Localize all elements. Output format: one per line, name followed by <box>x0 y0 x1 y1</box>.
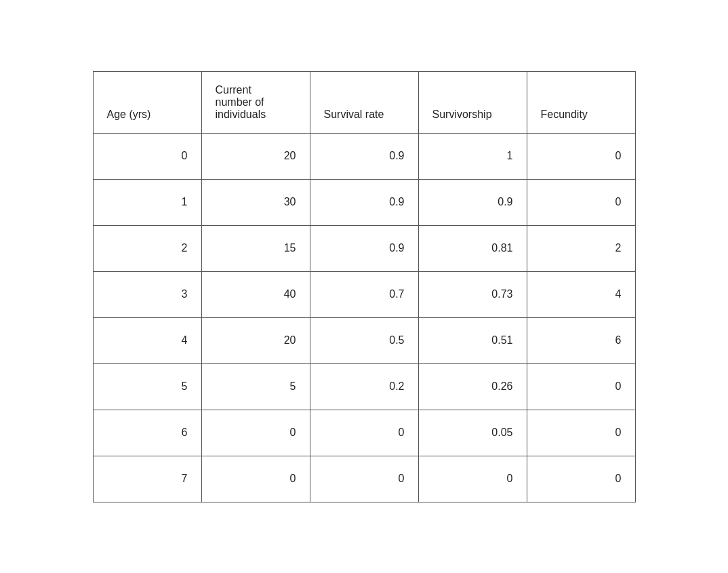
cell-current_number-row-5: 5 <box>201 363 310 410</box>
cell-age-row-5: 5 <box>93 363 201 410</box>
table-row: 6000.050 <box>93 410 635 456</box>
cell-age-row-1: 1 <box>93 179 201 225</box>
cell-current_number-row-3: 40 <box>201 271 310 317</box>
cell-age-row-6: 6 <box>93 410 201 456</box>
table-row: 4200.50.516 <box>93 317 635 363</box>
table-row: 0200.910 <box>93 133 635 179</box>
cell-current_number-row-2: 15 <box>201 225 310 271</box>
table-row: 3400.70.734 <box>93 271 635 317</box>
col-header-age: Age (yrs) <box>93 71 201 133</box>
cell-age-row-0: 0 <box>93 133 201 179</box>
cell-age-row-4: 4 <box>93 317 201 363</box>
cell-fecundity-row-2: 2 <box>527 225 635 271</box>
cell-fecundity-row-4: 6 <box>527 317 635 363</box>
cell-survivorship-row-1: 0.9 <box>418 179 527 225</box>
table-row: 2150.90.812 <box>93 225 635 271</box>
cell-fecundity-row-5: 0 <box>527 363 635 410</box>
cell-survivorship-row-3: 0.73 <box>418 271 527 317</box>
cell-age-row-7: 7 <box>93 456 201 502</box>
cell-survivorship-row-6: 0.05 <box>418 410 527 456</box>
table-row: 550.20.260 <box>93 363 635 410</box>
cell-survival_rate-row-5: 0.2 <box>310 363 418 410</box>
cell-current_number-row-7: 0 <box>201 456 310 502</box>
cell-survival_rate-row-3: 0.7 <box>310 271 418 317</box>
cell-survival_rate-row-1: 0.9 <box>310 179 418 225</box>
cell-fecundity-row-1: 0 <box>527 179 635 225</box>
table-wrapper: Age (yrs) Currentnumber ofindividuals Su… <box>73 51 656 523</box>
data-table: Age (yrs) Currentnumber ofindividuals Su… <box>93 71 636 502</box>
col-header-survivorship: Survivorship <box>418 71 527 133</box>
cell-current_number-row-1: 30 <box>201 179 310 225</box>
cell-current_number-row-6: 0 <box>201 410 310 456</box>
cell-survivorship-row-2: 0.81 <box>418 225 527 271</box>
cell-survivorship-row-5: 0.26 <box>418 363 527 410</box>
cell-survivorship-row-4: 0.51 <box>418 317 527 363</box>
cell-survivorship-row-0: 1 <box>418 133 527 179</box>
col-header-survival-rate: Survival rate <box>310 71 418 133</box>
col-header-fecundity: Fecundity <box>527 71 635 133</box>
cell-age-row-2: 2 <box>93 225 201 271</box>
cell-survival_rate-row-0: 0.9 <box>310 133 418 179</box>
cell-fecundity-row-7: 0 <box>527 456 635 502</box>
cell-survival_rate-row-4: 0.5 <box>310 317 418 363</box>
cell-fecundity-row-6: 0 <box>527 410 635 456</box>
header-row: Age (yrs) Currentnumber ofindividuals Su… <box>93 71 635 133</box>
table-row: 70000 <box>93 456 635 502</box>
cell-survival_rate-row-7: 0 <box>310 456 418 502</box>
cell-current_number-row-0: 20 <box>201 133 310 179</box>
cell-survival_rate-row-2: 0.9 <box>310 225 418 271</box>
cell-survivorship-row-7: 0 <box>418 456 527 502</box>
cell-age-row-3: 3 <box>93 271 201 317</box>
table-row: 1300.90.90 <box>93 179 635 225</box>
cell-survival_rate-row-6: 0 <box>310 410 418 456</box>
cell-fecundity-row-0: 0 <box>527 133 635 179</box>
cell-fecundity-row-3: 4 <box>527 271 635 317</box>
cell-current_number-row-4: 20 <box>201 317 310 363</box>
col-header-current-number: Currentnumber ofindividuals <box>201 71 310 133</box>
